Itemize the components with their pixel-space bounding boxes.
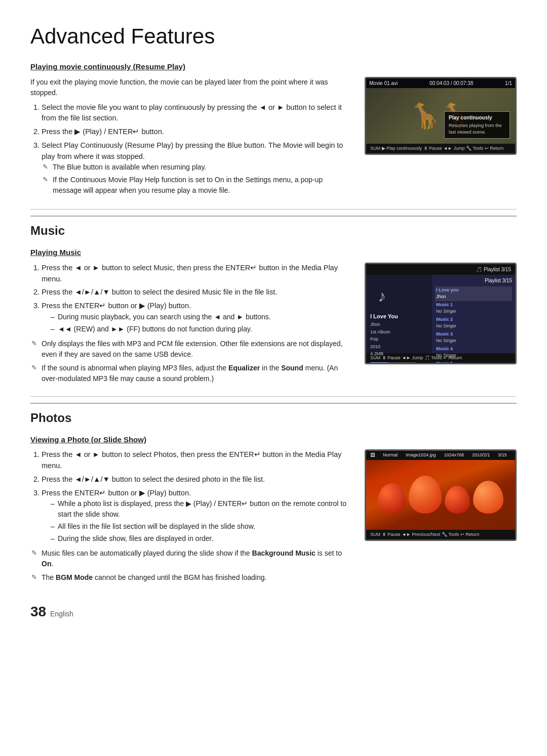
sub-bullet-item: During music playback, you can search us…: [51, 312, 353, 322]
playlist-item: Music 3 No Singer: [435, 330, 512, 345]
artist: Jhon: [370, 321, 398, 328]
music-steps: Press the ◄ or ► button to select Music,…: [42, 263, 353, 334]
music-left-panel: ♪ I Love You Jhon 1st Album Pop 2010 4.2…: [366, 275, 432, 353]
photo-mode-icon: 🖼: [370, 452, 375, 459]
music-tv-screen: 🎵 Playlist 3/15 ♪ I Love You Jhon 1st Al…: [365, 263, 517, 365]
resume-play-intro: If you exit the playing movie function, …: [30, 77, 353, 98]
photos-section-title: Photos: [30, 403, 517, 427]
music-content: Press the ◄ or ► button to select Music,…: [30, 263, 517, 387]
popup-text: Resumes playing from the last viewed sce…: [449, 122, 505, 136]
sub-bullet-item: ◄◄ (REW) and ►► (FF) buttons do not func…: [51, 324, 353, 334]
resume-play-content: If you exit the playing movie function, …: [30, 77, 517, 200]
movie-counter: 1/1: [505, 79, 512, 87]
note-item: The Blue button is available when resumi…: [42, 162, 353, 173]
music-playlist: Playlist 3/15 I Love you Jhon Music 1 No…: [432, 275, 515, 353]
movie-top-bar: Movie 01.avi 00:04:03 / 00:07:38 1/1: [366, 78, 515, 88]
photo-tv-screen: 🖼 Normal Image1024.jpg 1024x768 2010/2/1…: [365, 449, 517, 541]
music-section-title: Music: [30, 216, 517, 240]
photos-note-1: Music files can be automatically played …: [30, 548, 353, 569]
photos-note-2: The BGM Mode cannot be changed until the…: [30, 572, 353, 583]
photos-sub-bullets: While a photo list is displayed, press t…: [51, 498, 353, 544]
music-text: Press the ◄ or ► button to select Music,…: [30, 263, 353, 387]
movie-tv-screen: Movie 01.avi 00:04:03 / 00:07:38 1/1 🦒🦒 …: [365, 77, 517, 155]
step-item: Press the ◄ or ► button to select Photos…: [42, 449, 353, 472]
music-main-area: ♪ I Love You Jhon 1st Album Pop 2010 4.2…: [366, 275, 515, 353]
step-item: Press the ENTER↵ button or ▶ (Play) butt…: [42, 301, 353, 334]
photos-section: Viewing a Photo (or Slide Show) Press th…: [30, 434, 517, 586]
music-controls: SUM ⏸ Pause ◄► Jump 🎵 Tools ↩ Return: [370, 355, 462, 362]
page-lang: English: [50, 610, 73, 618]
sub-bullet-item: While a photo list is displayed, press t…: [51, 498, 353, 520]
music-note-2: If the sound is abnormal when playing MP…: [30, 363, 353, 384]
movie-time: 00:04:03 / 00:07:38: [429, 79, 473, 87]
resume-play-steps: Select the movie file you want to play c…: [42, 102, 353, 196]
photos-divider: [30, 396, 517, 397]
note-item: If the Continuous Movie Play Help functi…: [42, 175, 353, 196]
music-divider: [30, 209, 517, 209]
music-progress: 01:10 / 04:02: [370, 361, 416, 364]
apple-medium: [409, 476, 442, 514]
sub-bullet-item: All files in the file list section will …: [51, 521, 353, 532]
photos-screen: 🖼 Normal Image1024.jpg 1024x768 2010/2/1…: [365, 449, 517, 541]
page-number: 38: [30, 604, 46, 619]
progress-bar-outer: [370, 362, 416, 364]
playlist-item: I Love you Jhon: [435, 286, 512, 301]
music-info: I Love You Jhon 1st Album Pop 2010 4.2MB: [370, 312, 398, 358]
playlist-item: Music 2 No Singer: [435, 316, 512, 330]
step-item: Press the ◄ or ► button to select Music,…: [42, 263, 353, 285]
genre: Pop: [370, 335, 398, 343]
music-top-bar: 🎵 Playlist 3/15: [366, 264, 515, 275]
resume-play-text: If you exit the playing movie function, …: [30, 77, 353, 200]
movie-bottom-bar: SUM ▶ Play continuously ⏸ Pause ◄► Jump …: [366, 144, 515, 154]
music-time: 01:10 / 04:02: [370, 364, 416, 364]
year: 2010: [370, 343, 398, 350]
photo-mode: Normal: [383, 452, 398, 459]
playlist-icon: 🎵: [476, 267, 482, 272]
movie-popup: Play continuously Resumes playing from t…: [444, 111, 510, 139]
music-screen: 🎵 Playlist 3/15 ♪ I Love You Jhon 1st Al…: [365, 263, 517, 365]
resume-play-notes: The Blue button is available when resumi…: [42, 162, 353, 196]
playlist-label: 🎵 Playlist 3/15: [476, 266, 511, 273]
sub-bullet-item: During the slide show, files are display…: [51, 533, 353, 544]
photo-filename: Image1024.jpg: [406, 452, 436, 459]
photo-top-bar: 🖼 Normal Image1024.jpg 1024x768 2010/2/1…: [366, 451, 515, 460]
page-number-block: 38 English: [30, 601, 517, 622]
album: 1st Album: [370, 328, 398, 335]
viewing-photo-heading: Viewing a Photo (or Slide Show): [30, 434, 517, 446]
photo-image-area: [366, 460, 515, 530]
step-item: Press the ENTER↵ button or ▶ (Play) butt…: [42, 488, 353, 544]
photos-content: Press the ◄ or ► button to select Photos…: [30, 449, 517, 586]
step-item: Press the ◄/►/▲/▼ button to select the d…: [42, 474, 353, 485]
popup-title: Play continuously: [449, 114, 505, 121]
photo-resolution: 1024x768: [444, 452, 464, 459]
photo-counter: 3/15: [498, 452, 507, 459]
apple-large: [378, 483, 406, 514]
step-item: Select Play Continuously (Resume Play) b…: [42, 140, 353, 196]
photo-controls: SUM ⏸ Pause ◄► Previous/Next 🔧 Tools ↩ R…: [370, 531, 479, 538]
playing-music-heading: Playing Music: [30, 247, 517, 259]
resume-play-section: Playing movie continuously (Resume Play)…: [30, 61, 517, 200]
movie-filename: Movie 01.avi: [369, 79, 398, 87]
page-title: Advanced Features: [30, 20, 517, 52]
playlist-item: Music 1 No Singer: [435, 301, 512, 316]
apple-visual: [373, 471, 509, 519]
music-note-1: Only displays the files with MP3 and PCM…: [30, 339, 353, 360]
music-section: Playing Music Press the ◄ or ► button to…: [30, 247, 517, 387]
music-note-icon: ♪: [378, 284, 386, 308]
photo-date: 2010/2/1: [472, 452, 490, 459]
resume-play-screen: Movie 01.avi 00:04:03 / 00:07:38 1/1 🦒🦒 …: [365, 77, 517, 155]
apple-small: [445, 486, 470, 514]
song-title: I Love You: [370, 312, 398, 321]
music-sub-bullets: During music playback, you can search us…: [51, 312, 353, 334]
photos-steps: Press the ◄ or ► button to select Photos…: [42, 449, 353, 544]
step-item: Select the movie file you want to play c…: [42, 102, 353, 124]
apple-xs: [473, 481, 503, 514]
movie-controls: SUM ▶ Play continuously ⏸ Pause ◄► Jump …: [370, 145, 503, 152]
resume-play-heading: Playing movie continuously (Resume Play): [30, 61, 517, 73]
movie-image-area: 🦒🦒 Play continuously Resumes playing fro…: [366, 88, 515, 144]
step-item: Press the ▶ (Play) / ENTER↵ button.: [42, 127, 353, 138]
progress-bar-inner: [370, 362, 388, 364]
step-item: Press the ◄/►/▲/▼ button to select the d…: [42, 287, 353, 298]
photo-bottom-bar: SUM ⏸ Pause ◄► Previous/Next 🔧 Tools ↩ R…: [366, 530, 515, 540]
photos-text: Press the ◄ or ► button to select Photos…: [30, 449, 353, 586]
